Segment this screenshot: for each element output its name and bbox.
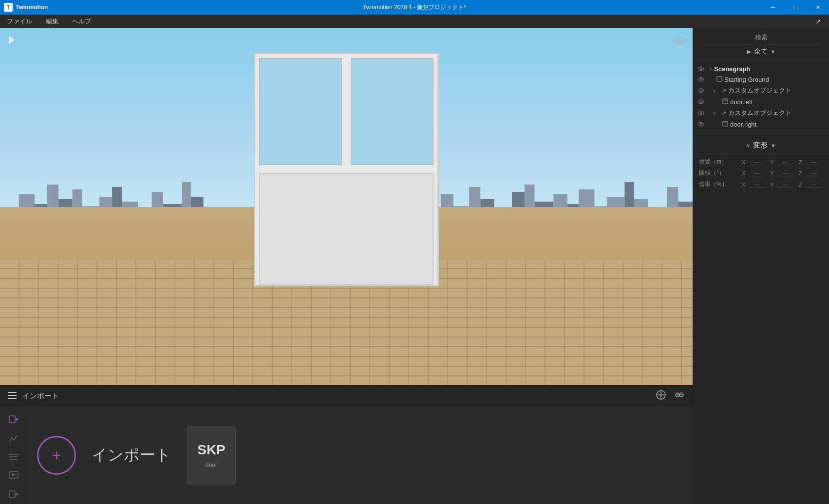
transform-position-x: X --- xyxy=(742,159,766,165)
transform-scale-z: Z --- xyxy=(799,181,823,187)
scenegraph-custom1-row[interactable]: ∨ ↗ カスタムオブジェクト xyxy=(693,85,829,96)
sidebar-media-icon[interactable] xyxy=(7,470,20,480)
transform-position-z: Z --- xyxy=(799,159,823,165)
link-tool-icon[interactable] xyxy=(674,390,685,403)
svg-point-36 xyxy=(679,40,681,42)
sg-eye-icon-3[interactable] xyxy=(697,87,705,94)
scenegraph-root-row[interactable]: ∨ Scenegraph xyxy=(693,63,829,74)
svg-rect-38 xyxy=(8,395,17,396)
x-label: X xyxy=(742,159,749,165)
move-tool-icon[interactable] xyxy=(656,390,666,403)
transform-position-row: 位置（m） X --- Y --- Z --- xyxy=(693,156,829,168)
sg-door-left-icon xyxy=(722,98,728,105)
transform-header: ∨ 変形 ▼ xyxy=(693,138,829,153)
sg-door-left-name: door.left xyxy=(730,98,753,106)
scale-x-value[interactable]: --- xyxy=(750,181,764,187)
window-controls: ─ □ ✕ xyxy=(762,0,829,15)
svg-point-57 xyxy=(698,77,704,81)
rotation-z-value[interactable]: --- xyxy=(807,170,821,176)
sidebar-settings-icon[interactable] xyxy=(7,453,20,460)
rotation-y-value[interactable]: --- xyxy=(778,170,792,176)
svg-point-61 xyxy=(700,90,702,92)
transform-scale-row: 倍率（%） X --- Y --- Z --- xyxy=(693,179,829,190)
transform-position-y: Y --- xyxy=(770,159,794,165)
svg-point-60 xyxy=(698,89,704,93)
sidebar-export-icon[interactable] xyxy=(7,489,20,499)
transform-scale-y: Y --- xyxy=(770,181,794,187)
svg-rect-59 xyxy=(717,76,722,81)
position-x-value[interactable]: --- xyxy=(750,159,764,165)
app-logo-icon: T xyxy=(4,3,13,12)
skp-card[interactable]: SKP door xyxy=(187,426,236,485)
door-object xyxy=(254,53,439,286)
position-y-value[interactable]: --- xyxy=(778,159,792,165)
scale-y-value[interactable]: --- xyxy=(778,181,792,187)
bottom-panel-title: インポート xyxy=(22,392,59,401)
svg-point-69 xyxy=(700,123,702,125)
sg-custom1-icon: ↗ xyxy=(722,88,726,94)
transform-rotation-label: 回転（°） xyxy=(699,169,738,177)
svg-rect-64 xyxy=(723,99,728,104)
close-button[interactable]: ✕ xyxy=(807,0,829,15)
menu-file[interactable]: ファイル xyxy=(4,15,35,28)
sg-eye-icon-6[interactable] xyxy=(697,120,705,128)
add-import-button[interactable]: + xyxy=(37,436,76,475)
scenegraph-door-left-row[interactable]: door.left xyxy=(693,96,829,107)
menu-help[interactable]: ヘルプ xyxy=(69,15,94,28)
door-panel-left xyxy=(259,58,342,165)
app-name: Twinmotion xyxy=(16,4,48,11)
sg-eye-icon-2[interactable] xyxy=(697,75,705,83)
sidebar-graph-icon[interactable] xyxy=(7,434,20,444)
app-logo: T Twinmotion xyxy=(4,3,48,12)
maximize-button[interactable]: □ xyxy=(784,0,807,15)
right-panel: 検索 ▶ 全て ▼ ∨ Scenegraph xyxy=(693,28,829,504)
scenegraph-custom2-row[interactable]: ∨ ↗ カスタムオブジェクト xyxy=(693,107,829,119)
sg-root-arrow: ∨ xyxy=(709,66,712,72)
skp-type-label: SKP xyxy=(197,442,226,458)
search-area: 検索 ▶ 全て ▼ xyxy=(693,28,829,59)
sg-eye-icon-5[interactable] xyxy=(697,109,705,117)
sidebar-import-icon[interactable] xyxy=(7,414,20,424)
add-icon: + xyxy=(52,447,61,465)
transform-rotation-x: X --- xyxy=(742,170,766,176)
viewport-play-button[interactable] xyxy=(6,34,18,46)
sg-starting-ground-name: Starting Ground xyxy=(724,76,769,83)
search-label: 検索 xyxy=(701,33,821,42)
scale-z-value[interactable]: --- xyxy=(807,181,821,187)
position-z-value[interactable]: --- xyxy=(807,159,821,165)
svg-marker-33 xyxy=(9,36,15,44)
filter-play-icon[interactable]: ▶ xyxy=(747,48,751,55)
svg-point-62 xyxy=(698,100,704,104)
sg-root-name: Scenegraph xyxy=(714,65,750,73)
minimize-button[interactable]: ─ xyxy=(762,0,784,15)
scenegraph-starting-ground-row[interactable]: Starting Ground xyxy=(693,74,829,85)
sg-eye-icon-4[interactable] xyxy=(697,98,705,106)
fullscreen-button[interactable]: ↗ xyxy=(811,17,825,26)
sg-custom1-name: カスタムオブジェクト xyxy=(728,86,791,95)
sg-custom2-name: カスタムオブジェクト xyxy=(728,109,791,117)
viewport-eye-button[interactable] xyxy=(673,34,687,48)
svg-rect-70 xyxy=(723,121,728,126)
menu-edit[interactable]: 編集 xyxy=(43,15,61,28)
scenegraph-section: ∨ Scenegraph Starting Ground xyxy=(693,59,829,134)
filter-dropdown-arrow[interactable]: ▼ xyxy=(771,49,776,55)
transform-dropdown-arrow[interactable]: ▼ xyxy=(771,143,776,149)
svg-point-56 xyxy=(700,68,702,70)
bottom-center-tools xyxy=(656,390,685,403)
rotation-x-value[interactable]: --- xyxy=(750,170,764,176)
transform-rotation-y: Y --- xyxy=(770,170,794,176)
sz-label: Z xyxy=(799,182,806,187)
sx-label: X xyxy=(742,182,749,187)
svg-point-66 xyxy=(698,111,704,115)
svg-rect-39 xyxy=(8,398,17,399)
svg-rect-46 xyxy=(9,416,15,423)
transform-collapse-arrow[interactable]: ∨ xyxy=(746,142,750,149)
svg-rect-37 xyxy=(8,392,17,393)
hamburger-icon[interactable] xyxy=(8,392,17,401)
viewport-3d[interactable] xyxy=(0,28,693,385)
viewport-area: インポート xyxy=(0,28,693,504)
sy-label: Y xyxy=(770,182,777,187)
sg-eye-icon[interactable] xyxy=(697,65,705,73)
skp-filename: door xyxy=(206,462,217,468)
scenegraph-door-right-row[interactable]: door.right xyxy=(693,119,829,130)
